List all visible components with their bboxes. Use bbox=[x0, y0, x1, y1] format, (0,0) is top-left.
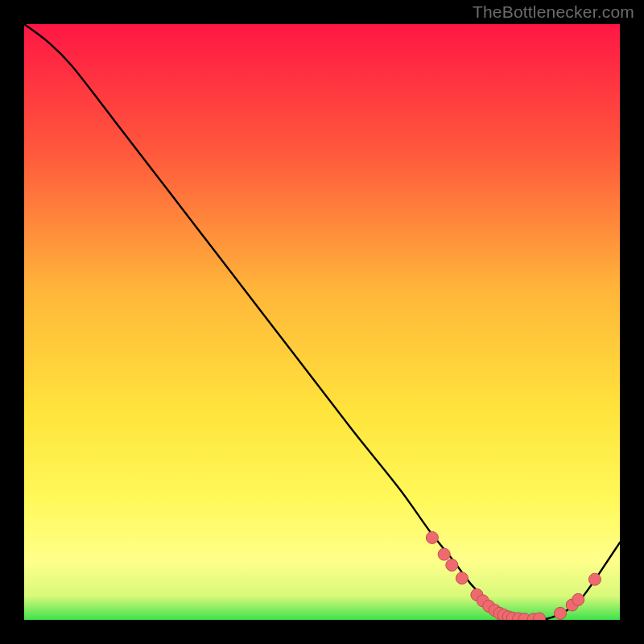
attribution-text: TheBottlenecker.com bbox=[473, 2, 634, 22]
curve-marker bbox=[426, 531, 438, 543]
chart-frame: TheBottlenecker.com bbox=[0, 0, 644, 644]
curve-marker bbox=[446, 559, 458, 571]
curve-marker bbox=[555, 607, 567, 619]
curve-marker bbox=[572, 593, 584, 605]
curve-marker bbox=[588, 573, 601, 585]
curve-marker bbox=[438, 548, 450, 560]
chart-svg bbox=[24, 24, 620, 620]
curve-marker bbox=[456, 572, 468, 584]
gradient-background bbox=[24, 24, 620, 620]
chart-plot-area bbox=[24, 24, 620, 620]
